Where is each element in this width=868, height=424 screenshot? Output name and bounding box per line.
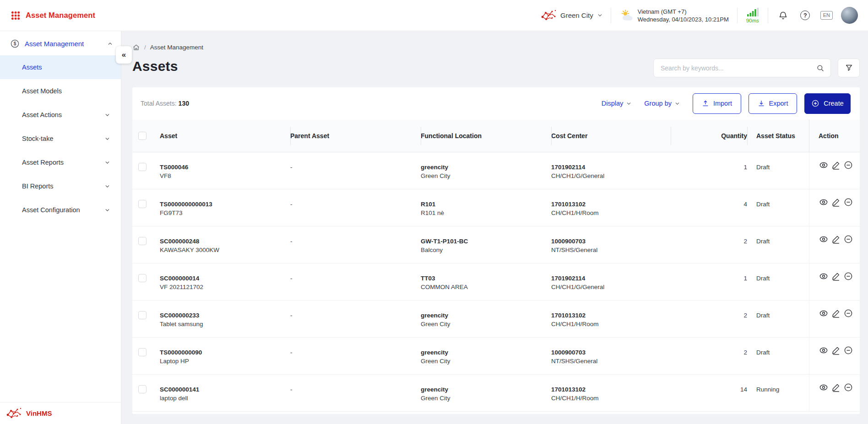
location-name: R101 nè <box>421 209 546 217</box>
edit-icon[interactable] <box>831 160 841 189</box>
chevron-down-icon <box>105 184 110 189</box>
sidebar-item-asset-actions[interactable]: Asset Actions <box>0 103 121 127</box>
location-code: greencity <box>421 386 546 393</box>
location-name: Green City <box>421 357 546 365</box>
row-checkbox[interactable] <box>138 226 160 245</box>
column-header-asset-status[interactable]: Asset Status <box>747 119 809 152</box>
divider <box>737 8 738 23</box>
sidebar-item-asset-configuration[interactable]: Asset Configuration <box>0 198 121 222</box>
search-input[interactable] <box>661 64 816 72</box>
view-icon[interactable] <box>819 345 829 375</box>
checkbox[interactable] <box>138 348 146 356</box>
collapse-sidebar-button[interactable]: « <box>116 46 132 64</box>
checkbox[interactable] <box>138 274 146 282</box>
row-checkbox[interactable] <box>138 189 160 208</box>
sidebar-item-stock-take[interactable]: Stock-take <box>0 127 121 150</box>
deactivate-icon[interactable] <box>843 234 853 263</box>
org-selector[interactable]: Green City <box>541 9 602 21</box>
column-header-functional-location[interactable]: Functional Location <box>421 119 551 152</box>
parent-asset-value: - <box>290 349 415 356</box>
asset-name: Laptop HP <box>160 357 285 365</box>
table-row[interactable]: TS000046VF8 - greencityGreen City 170190… <box>132 152 860 189</box>
group-by-dropdown[interactable]: Group by <box>644 100 680 107</box>
display-dropdown[interactable]: Display <box>602 100 632 107</box>
view-icon[interactable] <box>819 197 829 226</box>
table-row[interactable]: TS0000000090Laptop HP - greencityGreen C… <box>132 338 860 375</box>
quantity-value: 14 <box>671 386 747 393</box>
column-header-quantity[interactable]: Quantity <box>671 119 747 152</box>
asset-code: SC000000141 <box>160 386 285 393</box>
table-row[interactable]: SC000000248KAWASAKY 3000KW - GW-T1-P101-… <box>132 226 860 263</box>
view-icon[interactable] <box>819 382 829 412</box>
checkbox[interactable] <box>138 132 146 140</box>
deactivate-icon[interactable] <box>843 160 853 189</box>
edit-icon[interactable] <box>831 382 841 412</box>
import-button[interactable]: Import <box>693 93 741 114</box>
sidebar-root-label: Asset Management <box>25 40 103 48</box>
sidebar-item-asset-reports[interactable]: Asset Reports <box>0 150 121 174</box>
deactivate-icon[interactable] <box>843 345 853 375</box>
language-switch[interactable]: EN <box>820 11 833 20</box>
table-body: TS000046VF8 - greencityGreen City 170190… <box>132 152 860 412</box>
edit-icon[interactable] <box>831 308 841 338</box>
action-cell <box>809 338 860 375</box>
deactivate-icon[interactable] <box>843 308 853 338</box>
sidebar-item-asset-models[interactable]: Asset Models <box>0 79 121 103</box>
cost-center-cell: 1701013102CH/CH1/H/Room <box>551 375 671 402</box>
deactivate-icon[interactable] <box>843 197 853 226</box>
parent-asset-cell: - <box>290 301 421 319</box>
sidebar-item-bi-reports[interactable]: BI Reports <box>0 174 121 198</box>
checkbox[interactable] <box>138 163 146 171</box>
location-code: TT03 <box>421 274 546 282</box>
select-all-checkbox[interactable] <box>138 119 160 152</box>
search-icon[interactable] <box>816 64 825 72</box>
row-checkbox[interactable] <box>138 263 160 282</box>
sidebar-item-label: Stock-take <box>22 135 105 142</box>
table-row[interactable]: SC000000014VF 2021121702 - TT03COMMON AR… <box>132 263 860 301</box>
view-icon[interactable] <box>819 234 829 263</box>
quantity-value: 2 <box>671 311 747 319</box>
filter-button[interactable] <box>838 59 860 77</box>
row-checkbox[interactable] <box>138 152 160 171</box>
edit-icon[interactable] <box>831 271 841 301</box>
checkbox[interactable] <box>138 200 146 208</box>
sidebar: $ Asset Management AssetsAsset ModelsAss… <box>0 31 121 424</box>
view-icon[interactable] <box>819 271 829 301</box>
deactivate-icon[interactable] <box>843 382 853 412</box>
column-header-parent-asset[interactable]: Parent Asset <box>290 119 421 152</box>
column-header-asset[interactable]: Asset <box>160 119 290 152</box>
action-cell <box>809 301 860 338</box>
sidebar-root-asset-management[interactable]: $ Asset Management <box>0 31 121 55</box>
checkbox[interactable] <box>138 311 146 319</box>
parent-asset-cell: - <box>290 152 421 171</box>
checkbox[interactable] <box>138 237 146 245</box>
column-header-cost-center[interactable]: Cost Center <box>551 119 671 152</box>
sidebar-item-assets[interactable]: Assets <box>0 55 121 79</box>
deactivate-icon[interactable] <box>843 271 853 301</box>
notifications-button[interactable] <box>776 9 790 22</box>
export-button[interactable]: Export <box>749 93 797 114</box>
breadcrumb-separator: / <box>144 44 146 51</box>
table-row[interactable]: TS0000000000013FG9T73 - R101R101 nè 1701… <box>132 189 860 226</box>
create-button[interactable]: Create <box>804 93 851 114</box>
total-assets: Total Assets:130 <box>141 100 189 107</box>
edit-icon[interactable] <box>831 234 841 263</box>
view-icon[interactable] <box>819 308 829 338</box>
app-grid-icon[interactable] <box>11 11 20 20</box>
table-row[interactable]: SC000000233Tablet samsung - greencityGre… <box>132 301 860 338</box>
user-avatar[interactable] <box>841 7 858 24</box>
row-checkbox[interactable] <box>138 338 160 356</box>
table-row[interactable]: SC000000141laptop dell - greencityGreen … <box>132 375 860 412</box>
home-icon[interactable] <box>132 43 140 51</box>
cost-center-name: NT/SHS/General <box>551 246 665 254</box>
help-button[interactable]: ? <box>798 9 812 22</box>
location-name: COMMON AREA <box>421 283 546 291</box>
checkbox[interactable] <box>138 385 146 393</box>
edit-icon[interactable] <box>831 197 841 226</box>
location-code: greencity <box>421 163 546 171</box>
edit-icon[interactable] <box>831 345 841 375</box>
row-checkbox[interactable] <box>138 375 160 393</box>
row-checkbox[interactable] <box>138 301 160 319</box>
chevron-down-icon <box>105 208 110 213</box>
view-icon[interactable] <box>819 160 829 189</box>
